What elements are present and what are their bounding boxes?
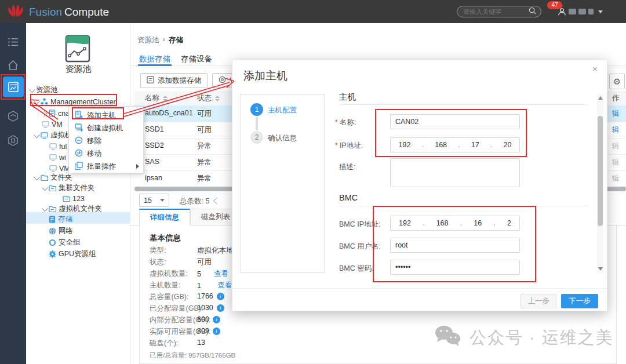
column-header-name[interactable]: 名称 (145, 93, 168, 103)
menu-item-remove[interactable]: 移除 (69, 134, 143, 147)
menu-item-add-host[interactable]: 添加主机 (69, 109, 143, 122)
add-datastore-button[interactable]: 添加数据存储 (140, 73, 208, 88)
section-bmc: BMC (339, 193, 358, 202)
tree-item-security-group[interactable]: 安全组 (49, 237, 81, 248)
nav-resource-pool[interactable] (3, 77, 24, 97)
nav-chip-icon[interactable] (0, 129, 26, 152)
menu-item-move[interactable]: 移动 (69, 147, 143, 160)
user-menu-caret-icon[interactable] (598, 10, 603, 13)
tree-item-resource-pool[interactable]: 资源池 (29, 85, 58, 96)
info-icon[interactable]: i (217, 293, 224, 300)
caret-down-icon[interactable] (42, 184, 48, 190)
caret-down-icon[interactable] (34, 97, 40, 104)
description-field[interactable] (390, 158, 520, 187)
tree-item-cluster-folder[interactable]: 集群文件夹 (42, 183, 95, 194)
cluster-icon (41, 98, 48, 105)
previous-step-button[interactable]: 上一步 (521, 294, 556, 308)
caret-down-icon[interactable] (42, 205, 48, 211)
name-field-label: *名称: (335, 118, 356, 128)
info-value: 虚拟化本地 (197, 246, 234, 256)
info-icon[interactable]: i (213, 316, 220, 323)
security-group-icon (49, 239, 56, 246)
column-header-status[interactable]: 状态 (197, 93, 220, 103)
info-value: 5 查看 (197, 269, 228, 279)
close-icon[interactable]: × (592, 64, 598, 74)
vm-icon (49, 154, 57, 161)
network-icon (49, 227, 56, 235)
tree-item-vm-ful[interactable]: ful (49, 141, 67, 152)
total-count-label: 总条数: 5 (180, 196, 209, 206)
column-settings-button[interactable]: ⚙ (609, 74, 625, 89)
status-badge: 异常 (197, 158, 212, 168)
caret-right-icon[interactable] (41, 110, 47, 117)
tree-item-network[interactable]: 网络 (49, 225, 73, 236)
edit-link-partial: 辑 (612, 141, 620, 151)
search-icon[interactable] (529, 7, 536, 16)
caret-down-icon[interactable] (29, 86, 35, 92)
tree-item-vm-wi[interactable]: wi (49, 152, 66, 163)
nav-home-icon[interactable] (0, 53, 26, 77)
tab-datastore[interactable]: 数据存储 (139, 54, 170, 64)
edit-link-partial[interactable]: 辑 (612, 109, 620, 119)
tab-storage-device[interactable]: 存储设备 (181, 54, 212, 64)
breadcrumb-root[interactable]: 资源池 (137, 35, 159, 45)
name-field[interactable]: CAN02 (390, 114, 520, 129)
info-value: 600i (197, 315, 220, 323)
page-size-select[interactable]: 15 (139, 194, 169, 207)
tree-item-vm-folder[interactable]: 虚拟机文件夹 (42, 203, 102, 214)
tree-item-gpu-resource-group[interactable]: GPU资源组 (49, 249, 96, 260)
tab-detail-info[interactable]: 详细信息 (139, 209, 190, 225)
sort-icon[interactable] (163, 96, 168, 101)
dialog-title: 添加主机 (243, 68, 287, 83)
view-link[interactable]: 查看 (217, 281, 232, 290)
info-value: 809i (197, 327, 220, 335)
menu-item-batch-operations[interactable]: 批量操作 (69, 160, 143, 173)
bmc-ip-field[interactable]: 192. 168. 16. 2 (390, 216, 520, 231)
tree-item-vm-1[interactable]: VM (42, 119, 63, 130)
info-icon[interactable]: i (217, 304, 224, 312)
scroll-up-icon[interactable] (598, 96, 603, 100)
basic-info-title: 基本信息 (150, 233, 181, 243)
nav-cluster-icon[interactable] (0, 104, 26, 128)
wizard-steps-panel (240, 94, 325, 273)
info-icon[interactable]: i (213, 327, 220, 335)
edit-link-partial[interactable]: 辑 (612, 125, 620, 135)
bmc-user-field[interactable]: root (390, 238, 520, 253)
scroll-down-icon[interactable] (598, 267, 603, 271)
info-value: 1030i (197, 304, 224, 312)
caret-down-icon[interactable] (34, 173, 40, 180)
vim-icon (219, 76, 226, 85)
sort-icon[interactable] (215, 96, 220, 101)
brand-logo: FusionCompute (7, 3, 109, 20)
menu-item-create-vm[interactable]: 创建虚拟机 (69, 122, 143, 134)
tree-item-vm-group[interactable]: 虚拟机 (34, 130, 72, 141)
brand-fusion: Fusion (29, 6, 62, 19)
section-host: 主机 (339, 92, 356, 103)
tree-item-folder-123[interactable]: 123 (63, 193, 85, 204)
tree-item-folder[interactable]: 文件夹 (34, 172, 72, 183)
next-step-button[interactable]: 下一步 (561, 294, 598, 308)
folder-icon (63, 195, 70, 202)
active-tab-underline (138, 64, 172, 66)
dialog-scrollbar-thumb[interactable] (598, 116, 603, 226)
global-search[interactable] (457, 6, 541, 17)
caret-down-icon[interactable] (34, 131, 40, 137)
breadcrumb-separator: › (163, 35, 165, 45)
user-name-redacted[interactable] (569, 9, 603, 14)
ip-field[interactable]: 192. 168. 17. 20 (390, 137, 520, 152)
nav-list-icon[interactable] (0, 30, 26, 53)
add-datastore-icon (147, 76, 154, 85)
tree-item-storage[interactable]: 存储 (49, 214, 72, 225)
resource-pool-chart-icon (63, 35, 93, 64)
user-icon[interactable] (558, 8, 566, 18)
folder-icon (41, 174, 48, 181)
search-input[interactable] (462, 8, 529, 16)
fusioncompute-app: FusionCompute ⚠ 47 ? 帮助 资源池 (0, 0, 626, 364)
resource-pool-icon (8, 81, 19, 93)
tree-panel-title: 资源池 (26, 64, 130, 75)
bmc-password-field[interactable]: •••••• (390, 260, 520, 275)
step-1-circle: 1 (250, 103, 263, 116)
status-badge: 可用 (197, 109, 212, 119)
view-link[interactable]: 查看 (214, 269, 228, 279)
batch-operations-icon (75, 162, 83, 172)
